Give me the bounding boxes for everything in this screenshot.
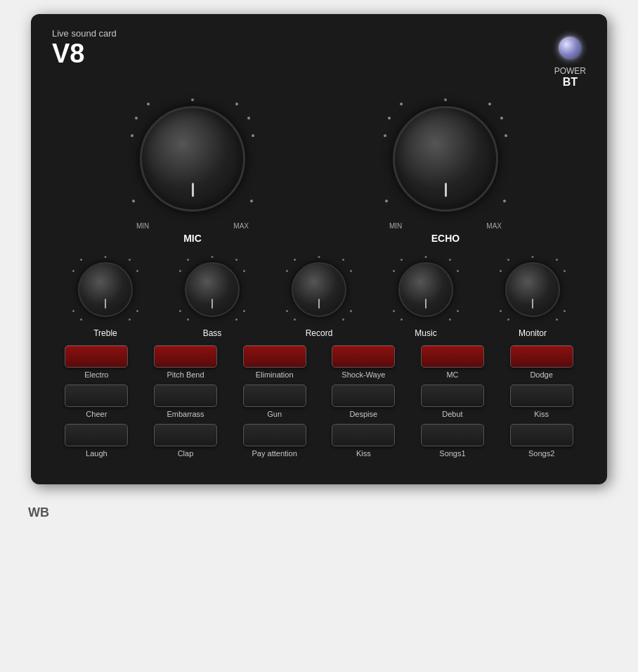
echo-max: MAX — [486, 222, 502, 230]
record-ring — [284, 254, 354, 325]
btn-pitchbend-label: Pitch Bend — [167, 370, 204, 379]
btn-shockwaye[interactable] — [332, 345, 395, 368]
btn-shockwaye-label: Shock-Waye — [341, 370, 385, 379]
btn-elimination-group: Elimination — [236, 345, 313, 379]
mic-min: MIN — [136, 222, 149, 230]
monitor-knob[interactable] — [505, 262, 560, 317]
echo-name: ECHO — [431, 233, 460, 244]
btn-electro[interactable] — [65, 345, 128, 368]
device: Live sound card V8 POWER BT — [31, 14, 607, 484]
btn-despise-label: Despise — [349, 410, 377, 418]
record-name: Record — [306, 328, 333, 338]
btn-dodge-label: Dodge — [530, 370, 552, 379]
btn-gun-group: Gun — [236, 385, 313, 418]
btn-songs2-label: Songs2 — [528, 449, 554, 458]
mic-label-row: MIN MAX — [136, 222, 249, 230]
btn-gun[interactable] — [243, 385, 306, 407]
btn-laugh-label: Laugh — [86, 449, 108, 458]
bass-knob[interactable] — [185, 262, 240, 317]
btn-dodge[interactable] — [510, 345, 573, 368]
btn-cheer[interactable] — [65, 385, 128, 407]
mic-knob[interactable] — [140, 106, 245, 212]
btn-cheer-group: Cheer — [58, 385, 135, 418]
btn-despise-group: Despise — [325, 385, 402, 418]
btn-clap[interactable] — [154, 424, 217, 446]
bass-knob-group: Bass — [177, 254, 247, 338]
btn-elimination-label: Elimination — [256, 370, 294, 379]
music-name: Music — [415, 328, 436, 338]
btn-payattention[interactable] — [243, 424, 306, 446]
btn-kiss2[interactable] — [332, 424, 395, 446]
btn-pitchbend-group: Pitch Bend — [147, 345, 224, 379]
treble-ring — [70, 254, 141, 325]
monitor-knob-group: Monitor — [497, 254, 568, 338]
btn-clap-label: Clap — [178, 449, 194, 458]
echo-knob-ring — [382, 96, 509, 222]
btn-debut-label: Debut — [442, 410, 462, 418]
mic-knob-group: MIN MAX MIC — [129, 96, 256, 244]
btn-kiss-label: Kiss — [534, 410, 549, 418]
treble-knob[interactable] — [78, 262, 133, 317]
echo-knob[interactable] — [393, 106, 498, 212]
record-knob[interactable] — [292, 262, 346, 317]
btn-embarrass-group: Embarrass — [147, 385, 224, 418]
echo-label-row: MIN MAX — [389, 222, 502, 230]
music-knob-group: Music — [391, 254, 461, 338]
btn-dodge-group: Dodge — [503, 345, 580, 379]
btn-embarrass-label: Embarrass — [167, 410, 204, 418]
btn-payattention-label: Pay attention — [252, 449, 297, 458]
btn-kiss-group: Kiss — [503, 385, 580, 418]
btn-pitchbend[interactable] — [154, 345, 217, 368]
btn-songs2-group: Songs2 — [503, 424, 580, 458]
monitor-name: Monitor — [519, 328, 547, 338]
buttons-section: Electro Pitch Bend Elimination Shock-Way… — [52, 345, 586, 458]
btn-shockwaye-group: Shock-Waye — [325, 345, 402, 379]
btn-kiss[interactable] — [510, 385, 573, 407]
treble-knob-group: Treble — [70, 254, 141, 338]
bass-name: Bass — [203, 328, 222, 338]
btn-mc[interactable] — [421, 345, 484, 368]
btn-elimination[interactable] — [243, 345, 306, 368]
btn-mc-group: MC — [414, 345, 491, 379]
power-gem[interactable] — [557, 35, 582, 60]
brand-area: Live sound card V8 — [52, 28, 117, 67]
echo-knob-group: MIN MAX ECHO — [382, 96, 509, 244]
button-row-2: Cheer Embarrass Gun Despise Debut — [52, 385, 586, 418]
mic-max: MAX — [233, 222, 249, 230]
btn-songs1-label: Songs1 — [439, 449, 465, 458]
watermark: WB — [28, 505, 49, 520]
record-knob-group: Record — [284, 254, 354, 338]
btn-laugh-group: Laugh — [58, 424, 135, 458]
mic-name: MIC — [183, 233, 202, 244]
page-wrapper: Live sound card V8 POWER BT — [0, 0, 638, 520]
btn-mc-label: MC — [446, 370, 458, 379]
echo-min: MIN — [389, 222, 402, 230]
treble-name: Treble — [93, 328, 117, 338]
main-knobs-row: MIN MAX MIC — [52, 96, 586, 244]
music-ring — [391, 254, 461, 325]
monitor-ring — [497, 254, 568, 325]
btn-songs1[interactable] — [421, 424, 484, 446]
bt-label: BT — [563, 76, 578, 89]
btn-laugh[interactable] — [65, 424, 128, 446]
header: Live sound card V8 POWER BT — [52, 28, 586, 89]
btn-debut-group: Debut — [414, 385, 491, 418]
small-knobs-row: Treble Bass — [52, 254, 586, 338]
btn-kiss2-label: Kiss — [356, 449, 371, 458]
brand-subtitle: Live sound card — [52, 28, 117, 39]
btn-songs2[interactable] — [510, 424, 573, 446]
btn-despise[interactable] — [332, 385, 395, 407]
power-area: POWER BT — [554, 35, 586, 89]
btn-cheer-label: Cheer — [86, 410, 107, 418]
button-row-1: Electro Pitch Bend Elimination Shock-Way… — [52, 345, 586, 379]
power-label: POWER — [554, 66, 586, 76]
btn-payattention-group: Pay attention — [236, 424, 313, 458]
bass-ring — [177, 254, 247, 325]
button-row-3: Laugh Clap Pay attention Kiss Songs1 — [52, 424, 586, 458]
btn-songs1-group: Songs1 — [414, 424, 491, 458]
btn-embarrass[interactable] — [154, 385, 217, 407]
btn-debut[interactable] — [421, 385, 484, 407]
btn-kiss2-group: Kiss — [325, 424, 402, 458]
btn-electro-label: Electro — [84, 370, 108, 379]
music-knob[interactable] — [398, 262, 453, 317]
